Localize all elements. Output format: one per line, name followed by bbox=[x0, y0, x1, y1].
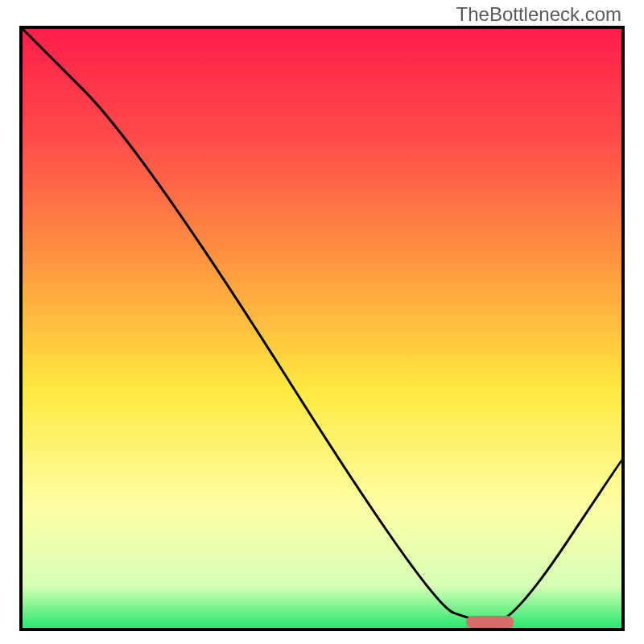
plot-frame bbox=[19, 26, 625, 631]
optimal-marker bbox=[466, 616, 514, 629]
chart-container: TheBottleneck.com bbox=[0, 0, 644, 644]
watermark-text: TheBottleneck.com bbox=[456, 3, 621, 26]
bottleneck-curve bbox=[23, 29, 621, 628]
